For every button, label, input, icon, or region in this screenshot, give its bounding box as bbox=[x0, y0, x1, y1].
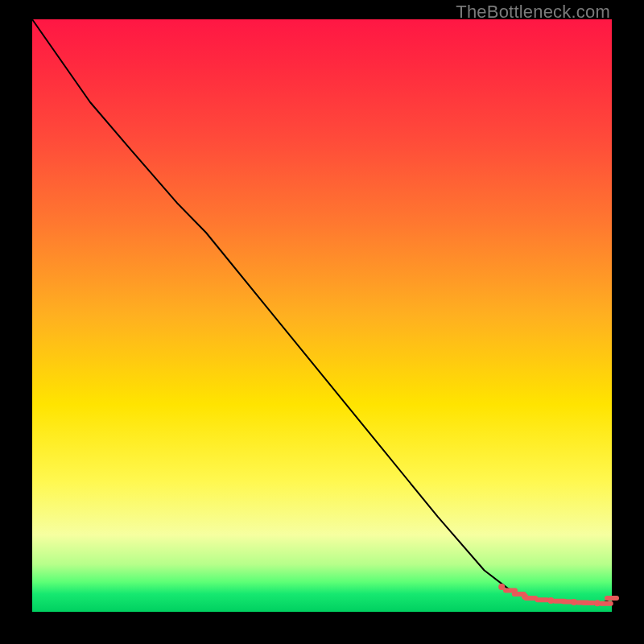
chart-overlay bbox=[32, 19, 612, 612]
bottleneck-curve bbox=[32, 19, 612, 604]
threshold-markers bbox=[498, 584, 617, 606]
chart-frame: TheBottleneck.com bbox=[0, 0, 644, 644]
